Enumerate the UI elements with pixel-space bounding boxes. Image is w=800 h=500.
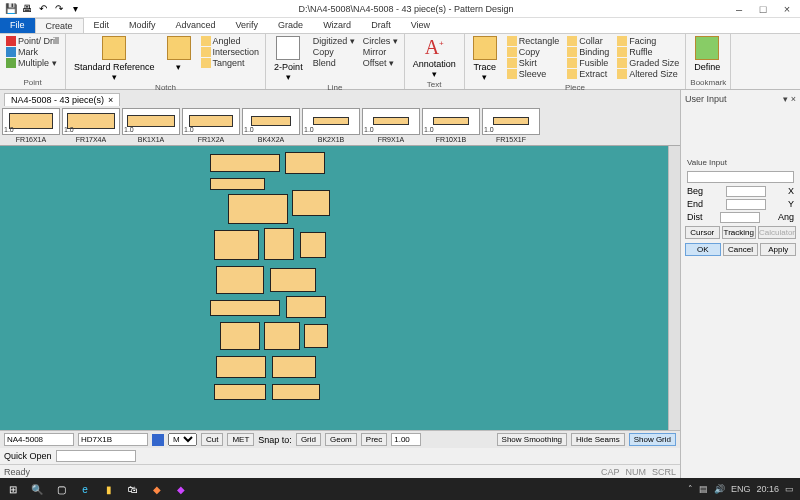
explorer-icon[interactable]: ▮ — [98, 480, 120, 498]
facing-button[interactable]: Facing — [615, 36, 681, 46]
piece-field[interactable] — [78, 433, 148, 446]
tab-view[interactable]: View — [401, 18, 440, 33]
sound-icon[interactable]: 🔊 — [714, 484, 725, 494]
binding-button[interactable]: Binding — [565, 47, 611, 57]
lang-indicator[interactable]: ENG — [731, 484, 751, 494]
network-icon[interactable]: ▤ — [699, 484, 708, 494]
app-icon[interactable]: ◆ — [146, 480, 168, 498]
clock[interactable]: 20:16 — [756, 484, 779, 494]
cut-button[interactable]: Cut — [201, 433, 223, 446]
end-input[interactable] — [726, 199, 766, 210]
edge-icon[interactable]: e — [74, 480, 96, 498]
gradedsize-button[interactable]: Graded Size — [615, 58, 681, 68]
angled-button[interactable]: Angled — [199, 36, 262, 46]
app2-icon[interactable]: ◆ — [170, 480, 192, 498]
value-input[interactable] — [687, 171, 794, 183]
copy-piece-button[interactable]: Copy — [505, 47, 562, 57]
close-tab-icon[interactable]: × — [108, 95, 113, 105]
alteredsize-button[interactable]: Altered Size — [615, 69, 681, 79]
style-field[interactable] — [4, 433, 74, 446]
tab-file[interactable]: File — [0, 18, 35, 33]
ruffle-button[interactable]: Ruffle — [615, 47, 681, 57]
apply-button[interactable]: Apply — [760, 243, 796, 256]
thumb-item[interactable]: FR9X1A — [362, 108, 420, 143]
tray-up-icon[interactable]: ˄ — [688, 484, 693, 494]
task-view-icon[interactable]: ▢ — [50, 480, 72, 498]
minimize-button[interactable]: – — [730, 3, 748, 15]
close-button[interactable]: × — [778, 3, 796, 15]
tangent-button[interactable]: Tangent — [199, 58, 262, 68]
collar-button[interactable]: Collar — [565, 36, 611, 46]
size-select[interactable]: M — [168, 433, 197, 446]
save-icon[interactable]: 💾 — [4, 2, 18, 16]
notch-alt-button[interactable]: ▾ — [163, 36, 195, 72]
mirror-button[interactable]: Mirror — [361, 47, 400, 57]
copy-line-button[interactable]: Copy — [311, 47, 357, 57]
thumb-item[interactable]: BK2X1B — [302, 108, 360, 143]
extract-button[interactable]: Extract — [565, 69, 611, 79]
tab-create[interactable]: Create — [35, 18, 84, 33]
digitized-button[interactable]: Digitized ▾ — [311, 36, 357, 46]
blend-button[interactable]: Blend — [311, 58, 357, 68]
redo-icon[interactable]: ↷ — [52, 2, 66, 16]
color-swatch[interactable] — [152, 434, 164, 446]
show-smoothing-button[interactable]: Show Smoothing — [497, 433, 567, 446]
tab-wizard[interactable]: Wizard — [313, 18, 361, 33]
tab-grade[interactable]: Grade — [268, 18, 313, 33]
quick-open-input[interactable] — [56, 450, 136, 462]
show-grid-button[interactable]: Show Grid — [629, 433, 676, 446]
annotation-button[interactable]: A+Annotation▾ — [409, 36, 460, 79]
dist-input[interactable] — [720, 212, 760, 223]
panel-menu-icon[interactable]: ▾ × — [783, 94, 796, 104]
offset-button[interactable]: Offset ▾ — [361, 58, 400, 68]
thumb-item[interactable]: FR16X1A — [2, 108, 60, 143]
tab-edit[interactable]: Edit — [84, 18, 120, 33]
document-tab[interactable]: NA4-5008 - 43 piece(s)× — [4, 93, 120, 106]
cursor-mode-button[interactable]: Cursor — [685, 226, 720, 239]
maximize-button[interactable]: □ — [754, 3, 772, 15]
skirt-button[interactable]: Skirt — [505, 58, 562, 68]
canvas[interactable] — [0, 146, 668, 430]
prec-value[interactable] — [391, 433, 421, 446]
thumb-item[interactable]: BK4X2A — [242, 108, 300, 143]
standard-reference-button[interactable]: Standard Reference▾ — [70, 36, 159, 82]
tab-draft[interactable]: Draft — [361, 18, 401, 33]
geom-snap-button[interactable]: Geom — [325, 433, 357, 446]
multiple-button[interactable]: Multiple ▾ — [4, 58, 61, 68]
beg-input[interactable] — [726, 186, 766, 197]
print-icon[interactable]: 🖶 — [20, 2, 34, 16]
trace-button[interactable]: Trace▾ — [469, 36, 501, 82]
start-button[interactable]: ⊞ — [2, 480, 24, 498]
circles-button[interactable]: Circles ▾ — [361, 36, 400, 46]
vertical-scrollbar[interactable] — [668, 146, 680, 430]
undo-icon[interactable]: ↶ — [36, 2, 50, 16]
fusible-button[interactable]: Fusible — [565, 58, 611, 68]
point-drill-button[interactable]: Point/ Drill — [4, 36, 61, 46]
cancel-button[interactable]: Cancel — [723, 243, 759, 256]
store-icon[interactable]: 🛍 — [122, 480, 144, 498]
thumb-item[interactable]: BK1X1A — [122, 108, 180, 143]
qat-dropdown-icon[interactable]: ▾ — [68, 2, 82, 16]
met-button[interactable]: MET — [227, 433, 254, 446]
prec-snap-button[interactable]: Prec — [361, 433, 387, 446]
thumb-item[interactable]: FR10X1B — [422, 108, 480, 143]
notifications-icon[interactable]: ▭ — [785, 484, 794, 494]
two-point-button[interactable]: 2-Point▾ — [270, 36, 307, 82]
rectangle-button[interactable]: Rectangle — [505, 36, 562, 46]
hide-seams-button[interactable]: Hide Seams — [571, 433, 625, 446]
search-icon[interactable]: 🔍 — [26, 480, 48, 498]
define-button[interactable]: Define — [690, 36, 724, 72]
thumb-item[interactable]: FR17X4A — [62, 108, 120, 143]
grid-snap-button[interactable]: Grid — [296, 433, 321, 446]
calculator-mode-button[interactable]: Calculator — [758, 226, 796, 239]
ok-button[interactable]: OK — [685, 243, 721, 256]
mark-button[interactable]: Mark — [4, 47, 61, 57]
tracking-mode-button[interactable]: Tracking — [722, 226, 757, 239]
tab-verify[interactable]: Verify — [226, 18, 269, 33]
tab-advanced[interactable]: Advanced — [166, 18, 226, 33]
thumb-item[interactable]: FR1X2A — [182, 108, 240, 143]
sleeve-button[interactable]: Sleeve — [505, 69, 562, 79]
intersection-button[interactable]: Intersection — [199, 47, 262, 57]
tab-modify[interactable]: Modify — [119, 18, 166, 33]
thumb-item[interactable]: FR15X1F — [482, 108, 540, 143]
